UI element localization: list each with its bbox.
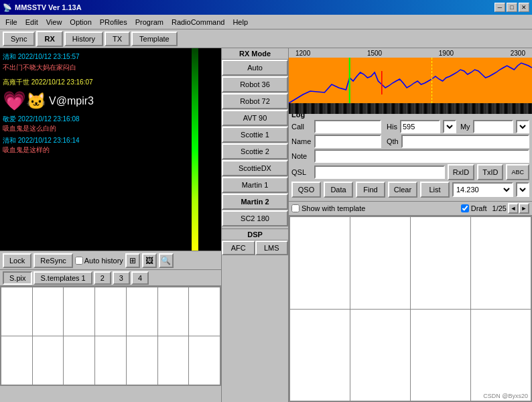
resync-button[interactable]: ReSync xyxy=(34,253,73,268)
rx-button[interactable]: RX xyxy=(36,31,62,47)
auto-history-checkbox[interactable] xyxy=(75,257,83,265)
template-cell-11[interactable] xyxy=(127,336,157,385)
log-qsl-label: QSL xyxy=(291,168,312,176)
minimize-button[interactable]: ─ xyxy=(494,3,505,12)
log-note-input[interactable] xyxy=(314,149,529,163)
mode-robot36[interactable]: Robot 36 xyxy=(222,76,288,92)
icon-btn-2[interactable]: 🖼 xyxy=(142,253,157,268)
right-template-cell-3[interactable] xyxy=(471,217,531,309)
menu-edit[interactable]: Edit xyxy=(21,17,42,27)
log-qth-label: Qth xyxy=(387,137,399,145)
template-cell-10[interactable] xyxy=(95,336,126,385)
menu-help[interactable]: Help xyxy=(228,17,252,27)
menu-program[interactable]: Program xyxy=(131,17,168,27)
rx-text-line7: 吸血鬼是这样的 xyxy=(3,146,50,153)
tx-button[interactable]: TX xyxy=(105,31,130,46)
log-row-name: Name Qth xyxy=(291,135,529,148)
maximize-button[interactable]: □ xyxy=(507,3,517,12)
mode-scottie2[interactable]: Scottie 2 xyxy=(222,143,288,159)
watermark: CSDN @Byxs20 xyxy=(483,393,528,399)
template-cell-4[interactable] xyxy=(127,287,157,336)
menu-profiles[interactable]: PRofiles xyxy=(96,17,131,27)
rx-emoji-heart: 💗 xyxy=(3,90,26,112)
template-cell-3[interactable] xyxy=(95,287,126,336)
clear-button[interactable]: Clear xyxy=(388,182,417,198)
mode-martin2[interactable]: Martin 2 xyxy=(222,194,288,210)
rx-mode-label: RX Mode xyxy=(222,48,288,60)
template-cell-5[interactable] xyxy=(158,287,189,336)
tab-2[interactable]: 2 xyxy=(94,271,111,285)
template-cell-6[interactable] xyxy=(189,287,220,336)
mode-scottiedx[interactable]: ScottieDX xyxy=(222,160,288,176)
lms-button[interactable]: LMS xyxy=(255,241,289,255)
template-cell-12[interactable] xyxy=(158,336,189,385)
menu-option[interactable]: Option xyxy=(66,17,95,27)
right-template-cell-0[interactable] xyxy=(290,217,350,309)
afc-button[interactable]: AFC xyxy=(222,241,255,255)
show-with-template-checkbox[interactable] xyxy=(291,204,300,212)
draft-checkbox[interactable] xyxy=(461,204,469,212)
freq-dropdown[interactable]: ▼ xyxy=(516,182,529,197)
stemplates1-tab[interactable]: S.templates 1 xyxy=(34,271,92,285)
menu-file[interactable]: File xyxy=(1,17,21,27)
mode-sc2180[interactable]: SC2 180 xyxy=(222,210,288,226)
freq-select[interactable]: 14.230 xyxy=(452,182,513,197)
template-cell-1[interactable] xyxy=(33,287,64,336)
his-select[interactable]: ▼ xyxy=(443,120,456,133)
tab-4[interactable]: 4 xyxy=(131,271,149,285)
lock-button[interactable]: Lock xyxy=(3,253,31,268)
log-my-input[interactable] xyxy=(473,120,513,133)
freq-2300: 2300 xyxy=(511,50,525,57)
data-button[interactable]: Data xyxy=(324,182,353,198)
close-button[interactable]: ✕ xyxy=(519,3,529,12)
left-container: 清和 2022/10/12 23:15:57 不出门不晓大妈在家闷白 高雍千世 … xyxy=(0,48,221,402)
right-template-cell-5[interactable] xyxy=(350,310,410,401)
freq-1500: 1500 xyxy=(367,50,382,57)
history-button[interactable]: History xyxy=(64,31,103,46)
right-template-cell-2[interactable] xyxy=(411,217,470,309)
log-qsl-input[interactable] xyxy=(314,165,445,179)
template-button[interactable]: Template xyxy=(131,31,178,46)
menu-bar: File Edit View Option PRofiles Program R… xyxy=(0,15,532,29)
log-call-input[interactable] xyxy=(314,120,381,133)
mode-robot72[interactable]: Robot 72 xyxy=(222,93,288,109)
freq-1200: 1200 xyxy=(295,50,310,57)
list-button[interactable]: List xyxy=(420,182,450,198)
txid-button[interactable]: TxID xyxy=(477,164,503,180)
log-row-call: Call His ▼ My ▼ xyxy=(291,120,529,133)
log-row-qsl: QSL RxID TxID ABC xyxy=(291,164,529,180)
log-name-input[interactable] xyxy=(314,135,381,148)
my-select[interactable]: ▼ xyxy=(516,120,529,133)
right-template-cell-6[interactable] xyxy=(411,310,470,401)
log-his-input[interactable] xyxy=(400,120,440,133)
mode-scottie1[interactable]: Scottie 1 xyxy=(222,127,288,143)
mode-auto[interactable]: Auto xyxy=(222,60,288,76)
icon-btn-1[interactable]: ⊞ xyxy=(125,253,140,268)
find-button[interactable]: Find xyxy=(356,182,385,198)
mode-martin1[interactable]: Martin 1 xyxy=(222,177,288,193)
search-icon-btn[interactable]: 🔍 xyxy=(159,253,174,268)
template-grid xyxy=(0,286,221,386)
right-template-cell-4[interactable] xyxy=(290,310,350,401)
template-cell-2[interactable] xyxy=(64,287,94,336)
sync-button[interactable]: Sync xyxy=(3,31,35,46)
template-cell-9[interactable] xyxy=(64,336,94,385)
template-cell-8[interactable] xyxy=(33,336,64,385)
qso-button[interactable]: QSO xyxy=(291,182,321,198)
spix-tab[interactable]: S.pix xyxy=(3,271,32,285)
template-cell-13[interactable] xyxy=(189,336,220,385)
right-template-cell-7[interactable]: CSDN @Byxs20 xyxy=(471,310,531,401)
template-cell-0[interactable] xyxy=(1,287,32,336)
prev-page-button[interactable]: ◄ xyxy=(508,203,519,214)
mode-avt90[interactable]: AVT 90 xyxy=(222,110,288,126)
tab-3[interactable]: 3 xyxy=(113,271,130,285)
template-cell-7[interactable] xyxy=(1,336,32,385)
next-page-button[interactable]: ► xyxy=(519,203,529,214)
menu-radiocommand[interactable]: RadioCommand xyxy=(168,17,228,27)
log-qth-input[interactable] xyxy=(401,135,529,148)
menu-view[interactable]: View xyxy=(42,17,66,27)
rxid-button[interactable]: RxID xyxy=(448,164,474,180)
title-bar: 📡 MMSSTV Ver 1.13A ─ □ ✕ xyxy=(0,0,532,15)
right-template-cell-1[interactable] xyxy=(350,217,410,309)
abc-button[interactable]: ABC xyxy=(506,164,529,180)
